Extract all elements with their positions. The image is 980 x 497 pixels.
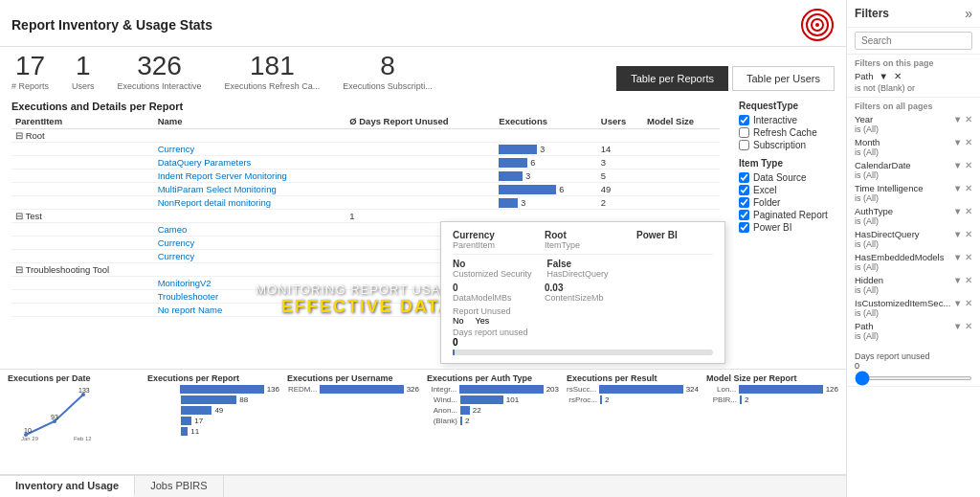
cb-subscription[interactable]: Subscription <box>739 140 838 150</box>
filter-item: CalendarDate ▼ ✕ is (All) <box>855 160 972 180</box>
search-input[interactable] <box>855 32 972 50</box>
slider-label: Days report unused <box>855 351 972 361</box>
cb-datasource[interactable]: Data Source <box>739 172 838 183</box>
chart-exec-report: Executions per Report 136 88 49 17 11 <box>147 373 279 470</box>
tab-inventory[interactable]: Inventory and Usage <box>0 476 135 497</box>
filter-item: Hidden ▼ ✕ is (All) <box>855 275 972 295</box>
tab-jobs[interactable]: Jobs PBIRS <box>135 476 223 497</box>
hbar-item: Wind... 101 <box>427 395 559 404</box>
hbar-item: Lon... 126 <box>706 385 838 394</box>
chart-exec-date: Executions per Date Jan 29 Feb 12 10 93 … <box>8 373 140 470</box>
stat-users: 1 Users <box>72 53 95 91</box>
hbar-item: Integr... 203 <box>427 385 559 394</box>
tooltip-popup: Currency ParentItem Root ItemType Power … <box>440 221 725 364</box>
filter-item: Month ▼ ✕ is (All) <box>855 137 972 157</box>
filter-item: Time Intelligence ▼ ✕ is (All) <box>855 183 972 203</box>
line-chart-svg: Jan 29 Feb 12 10 93 133 <box>8 385 140 442</box>
stat-reports: 17 # Reports <box>11 53 49 91</box>
hbar-item: 11 <box>147 427 279 436</box>
filter-path-page: Path ▼ ✕ <box>855 71 972 81</box>
target-icon <box>800 8 835 42</box>
cb-refresh-cache[interactable]: Refresh Cache <box>739 127 838 138</box>
cb-excel[interactable]: Excel <box>739 185 838 195</box>
hbar-item: (Blank) 2 <box>427 417 559 425</box>
filter-item: HasDirectQuery ▼ ✕ is (All) <box>855 229 972 249</box>
col-model: Model Size <box>643 114 720 129</box>
hbar-item: Anon... 22 <box>427 406 559 415</box>
filter-item: AuthType ▼ ✕ is (All) <box>855 206 972 226</box>
table-per-reports-button[interactable]: Table per Reports <box>616 66 728 91</box>
slider-val: 0 <box>855 361 972 371</box>
stat-exec-interactive: 326 Executions Interactive <box>118 53 202 91</box>
sidebar-title: Filters <box>855 7 889 20</box>
col-name: Name <box>154 114 346 129</box>
hbar-item: 17 <box>147 417 279 425</box>
bottom-charts: Executions per Date Jan 29 Feb 12 10 93 … <box>0 369 846 474</box>
sidebar: Filters » Filters on this page Path ▼ ✕ … <box>846 0 980 497</box>
chart-exec-auth: Executions per Auth Type Integr... 203 W… <box>427 373 559 470</box>
chart-exec-username: Executions per Username REDM... 326 <box>287 373 419 470</box>
table-per-users-button[interactable]: Table per Users <box>732 66 835 91</box>
filter-item: Year ▼ ✕ is (All) <box>855 114 972 134</box>
table-row: Indent Report Server Monitoring 3 5 <box>11 169 720 183</box>
table-row: DataQuery Parameters 6 3 <box>11 156 720 169</box>
request-type-title: RequestType <box>739 101 838 111</box>
svg-text:133: 133 <box>78 387 90 394</box>
filter-item: HasEmbeddedModels ▼ ✕ is (All) <box>855 252 972 272</box>
filter-item: IsCustomizedItemSec... ▼ ✕ is (All) <box>855 298 972 318</box>
cb-paginated[interactable]: Paginated Report <box>739 210 838 220</box>
hbar-item: 88 <box>147 395 279 404</box>
cb-interactive[interactable]: Interactive <box>739 115 838 125</box>
col-users: Users <box>597 114 643 129</box>
col-days: Ø Days Report Unused <box>345 114 495 129</box>
hbar-item: 136 <box>147 385 279 394</box>
section-title: Executions and Details per Report <box>11 97 720 114</box>
stat-exec-refresh: 181 Executions Refresh Ca... <box>225 53 321 91</box>
all-pages-filter-title: Filters on all pages <box>855 102 972 111</box>
svg-point-3 <box>815 23 819 27</box>
table-row: NonReport detail monitoring 3 2 <box>11 196 720 210</box>
hbar-item: 49 <box>147 406 279 415</box>
filter-item: Path ▼ ✕ is (All) <box>855 321 972 341</box>
toggle-buttons: Table per Reports Table per Users <box>616 66 835 91</box>
item-type-title: Item Type <box>739 158 838 169</box>
table-row: MultiParam Select Monitoring 6 49 <box>11 183 720 196</box>
cb-folder[interactable]: Folder <box>739 197 838 208</box>
svg-text:93: 93 <box>51 414 58 420</box>
report-title: Report Inventory & Usage Stats <box>11 17 212 33</box>
col-exec: Executions <box>495 114 596 129</box>
cb-powerbi[interactable]: Power BI <box>739 222 838 233</box>
chart-model-size: Model Size per Report Lon... 126 PBIR...… <box>706 373 838 470</box>
hbar-item: PBIR... 2 <box>706 395 838 404</box>
table-row: Currency 3 14 <box>11 143 720 156</box>
all-pages-filters: Filters on all pages Year ▼ ✕ is (All) M… <box>847 98 980 497</box>
hbar-item: rsSucc... 324 <box>567 385 699 394</box>
hbar-item: rsProc... 2 <box>567 395 699 404</box>
table-row: ⊟ Root <box>11 129 720 143</box>
days-slider[interactable] <box>855 376 972 380</box>
svg-text:Jan 29: Jan 29 <box>21 436 39 441</box>
stats-row: 17 # Reports 1 Users 326 Executions Inte… <box>0 47 846 97</box>
hbar-item: REDM... 326 <box>287 385 419 394</box>
report-slider <box>453 350 713 355</box>
this-page-filter-title: Filters on this page <box>855 58 972 68</box>
svg-text:10: 10 <box>24 427 32 434</box>
sidebar-expand-icon[interactable]: » <box>965 6 972 21</box>
stat-exec-sub: 8 Executions Subscripti... <box>343 53 433 91</box>
col-parent: ParentItem <box>11 114 154 129</box>
chart-exec-result: Executions per Result rsSucc... 324 rsPr… <box>567 373 699 470</box>
request-type-panel: RequestType Interactive Refresh Cache Su… <box>731 97 846 369</box>
svg-text:Feb 12: Feb 12 <box>74 436 92 441</box>
bottom-tabs: Inventory and Usage Jobs PBIRS <box>0 474 846 497</box>
